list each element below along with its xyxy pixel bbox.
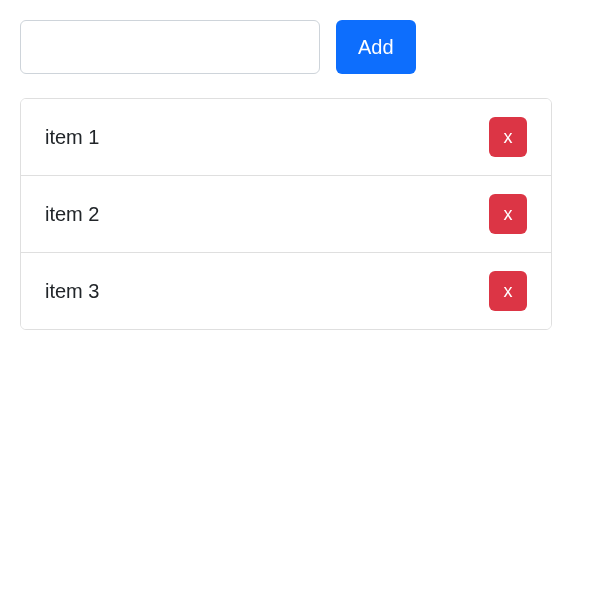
list-item: item 3 x (21, 253, 551, 329)
add-item-row: Add (20, 20, 580, 74)
item-input[interactable] (20, 20, 320, 74)
list-item: item 1 x (21, 99, 551, 176)
delete-button[interactable]: x (489, 117, 527, 157)
delete-button[interactable]: x (489, 194, 527, 234)
add-button[interactable]: Add (336, 20, 416, 74)
delete-button[interactable]: x (489, 271, 527, 311)
item-list: item 1 x item 2 x item 3 x (20, 98, 552, 330)
item-label: item 2 (45, 203, 99, 226)
item-label: item 1 (45, 126, 99, 149)
item-label: item 3 (45, 280, 99, 303)
list-item: item 2 x (21, 176, 551, 253)
